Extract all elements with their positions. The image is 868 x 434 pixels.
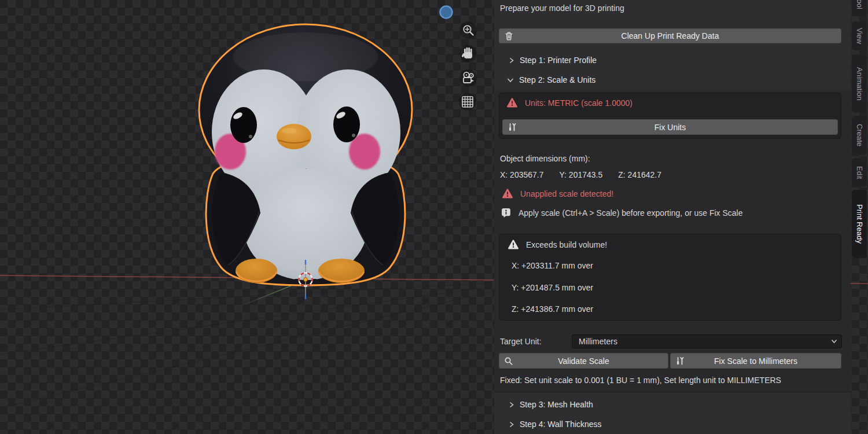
floor-grid-lines — [0, 283, 493, 408]
fix-scale-label: Fix Scale to Millimeters — [670, 356, 841, 366]
step2-label: Step 2: Scale & Units — [519, 75, 595, 84]
clean-up-button[interactable]: Clean Up Print Ready Data — [499, 28, 841, 43]
tools-icon — [675, 356, 685, 366]
dimension-z: Z: 241642.7 — [618, 170, 661, 179]
build-volume-title: Exceeds build volume! — [526, 240, 607, 249]
step3-label: Step 3: Mesh Health — [520, 400, 593, 409]
tab-print-ready[interactable]: Print Ready — [852, 190, 867, 258]
apply-scale-row: Apply scale (Ctrl+A > Scale) before expo… — [501, 208, 743, 218]
warning-triangle-icon — [508, 240, 518, 249]
tab-tool[interactable]: Tool — [852, 0, 867, 16]
panel-title: Prepare your model for 3D printing — [500, 3, 624, 13]
chevron-right-icon — [508, 402, 514, 408]
build-volume-y: Y: +201487.5 mm over — [512, 283, 593, 292]
chevron-down-icon — [507, 77, 514, 83]
tab-animation[interactable]: Animation — [852, 55, 867, 113]
build-volume-box: Exceeds build volume! X: +203311.7 mm ov… — [499, 234, 841, 321]
build-volume-x: X: +203311.7 mm over — [512, 261, 593, 270]
target-unit-dropdown[interactable]: Millimeters — [572, 334, 842, 348]
sidebar-tab-strip: Tool View Animation Create Edit Print Re… — [851, 0, 868, 434]
penguin-beak — [277, 124, 311, 149]
print-ready-sidebar: Prepare your model for 3D printing Clean… — [494, 0, 851, 434]
navigation-gizmo-dot[interactable] — [440, 6, 453, 19]
chevron-right-icon — [508, 57, 514, 64]
scale-buttons-row: Validate Scale Fix Scale to Millimeters — [499, 353, 841, 369]
chevron-down-icon — [831, 339, 842, 344]
zoom-icon[interactable] — [459, 21, 477, 39]
fixed-note: Fixed: Set unit scale to 0.001 (1 BU = 1… — [500, 376, 781, 385]
fix-scale-button[interactable]: Fix Scale to Millimeters — [670, 353, 841, 369]
object-origin-dot — [304, 278, 308, 282]
unapplied-scale-text: Unapplied scale detected! — [520, 189, 613, 198]
fix-units-button[interactable]: Fix Units — [502, 119, 838, 135]
target-unit-value: Millimeters — [572, 337, 831, 346]
step3-header[interactable]: Step 3: Mesh Health — [508, 399, 593, 410]
clean-up-label: Clean Up Print Ready Data — [499, 31, 841, 41]
units-warning-box: Units: METRIC (scale 1.0000) Fix Units — [499, 93, 841, 139]
tab-view[interactable]: View — [852, 21, 867, 50]
chevron-right-icon — [508, 421, 514, 428]
validate-scale-button[interactable]: Validate Scale — [499, 353, 668, 369]
pan-hand-icon[interactable] — [459, 45, 477, 62]
viewport-nav-buttons — [459, 21, 477, 111]
validate-scale-label: Validate Scale — [499, 356, 668, 366]
tab-create[interactable]: Create — [852, 116, 867, 155]
dimensions-values: X: 203567.7Y: 201743.5Z: 241642.7 — [500, 170, 677, 179]
step2-header[interactable]: Step 2: Scale & Units — [507, 74, 595, 86]
step4-header[interactable]: Step 4: Wall Thickness — [508, 418, 602, 430]
blender-window: { "viewport": { "name": "3d-viewport", "… — [0, 0, 868, 434]
apply-scale-hint: Apply scale (Ctrl+A > Scale) before expo… — [518, 208, 743, 218]
camera-view-icon[interactable] — [459, 69, 477, 87]
trash-icon — [504, 31, 514, 41]
dimensions-label: Object dimensions (mm): — [500, 154, 590, 163]
penguin-model[interactable] — [199, 24, 412, 285]
dimension-y: Y: 201743.5 — [560, 170, 603, 179]
dimension-x: X: 203567.7 — [500, 170, 544, 179]
step1-label: Step 1: Printer Profile — [520, 56, 597, 65]
units-warning-text: Units: METRIC (scale 1.0000) — [525, 98, 632, 108]
target-unit-label: Target Unit: — [500, 337, 542, 346]
grid-ortho-icon[interactable] — [459, 93, 476, 111]
tools-icon — [507, 123, 517, 132]
tab-edit[interactable]: Edit — [852, 158, 867, 187]
step1-header[interactable]: Step 1: Printer Profile — [508, 54, 597, 66]
build-volume-z: Z: +241386.7 mm over — [512, 304, 593, 314]
warning-triangle-icon — [502, 189, 513, 198]
step4-label: Step 4: Wall Thickness — [520, 420, 602, 429]
fix-units-label: Fix Units — [502, 123, 838, 132]
info-icon — [501, 208, 511, 218]
unapplied-scale-row: Unapplied scale detected! — [502, 189, 613, 198]
search-icon — [504, 356, 513, 366]
warning-triangle-icon — [507, 98, 517, 108]
